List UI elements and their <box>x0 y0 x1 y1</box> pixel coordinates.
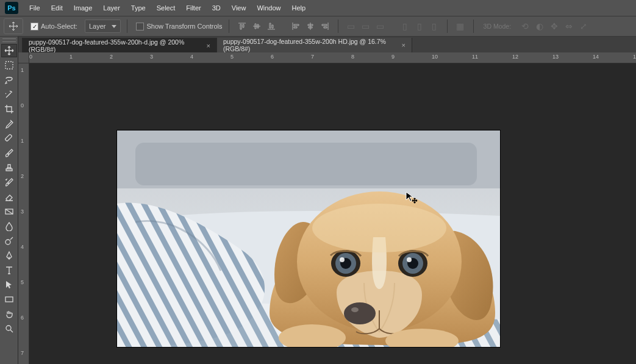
svg-point-5 <box>6 326 11 330</box>
tool-hand[interactable] <box>1 307 17 321</box>
ruler-tick: 1 <box>21 138 24 144</box>
tool-blur[interactable] <box>1 219 17 233</box>
3d-roll-icon[interactable]: ◐ <box>533 20 546 33</box>
menu-3d[interactable]: 3D <box>207 2 226 14</box>
tool-magic-wand[interactable] <box>1 88 17 101</box>
align-top-icon[interactable] <box>235 20 249 33</box>
tool-eyedropper[interactable] <box>1 117 17 130</box>
svg-rect-0 <box>5 62 13 69</box>
auto-select-label: Auto-Select: <box>41 23 77 30</box>
tool-zoom[interactable] <box>1 322 17 335</box>
tool-rect-marquee[interactable] <box>1 59 17 72</box>
toolbox <box>0 37 18 364</box>
canvas[interactable] <box>117 130 500 347</box>
blur-icon <box>4 221 14 231</box>
horizontal-ruler[interactable]: 0123456789101112131415 <box>29 52 636 63</box>
tool-type[interactable] <box>1 263 17 277</box>
menu-select[interactable]: Select <box>152 2 180 14</box>
align-right-icon[interactable] <box>318 20 332 33</box>
menu-view[interactable]: View <box>227 2 251 14</box>
auto-select-target-dropdown[interactable]: Layer <box>85 20 121 33</box>
move-icon <box>4 46 14 55</box>
tool-healing-brush[interactable] <box>1 132 17 145</box>
document-tab[interactable]: puppy-090517-dog-featured-355w-200h-d.jp… <box>22 38 217 52</box>
distribute-top-icon[interactable]: ▭ <box>345 20 358 33</box>
ruler-tick: 6 <box>21 315 24 321</box>
close-icon[interactable]: × <box>207 42 210 49</box>
tool-rectangle[interactable] <box>1 293 17 306</box>
separator <box>229 20 229 33</box>
gradient-icon <box>4 207 14 216</box>
ruler-tick: 5 <box>21 279 24 285</box>
tool-clone-stamp[interactable] <box>1 161 17 174</box>
auto-select-checkbox[interactable]: ✓ <box>30 23 38 30</box>
menu-file[interactable]: File <box>24 2 45 14</box>
menu-filter[interactable]: Filter <box>181 2 205 14</box>
eraser-icon <box>4 192 14 202</box>
separator <box>447 20 448 33</box>
history-brush-icon <box>4 177 14 187</box>
tool-brush[interactable] <box>1 146 17 160</box>
tool-eraser[interactable] <box>1 190 17 204</box>
ruler-tick: 15 <box>633 54 636 60</box>
tool-path-select[interactable] <box>1 278 17 291</box>
document-image <box>117 130 500 347</box>
distribute-hcenter-icon[interactable]: ▯ <box>413 20 426 33</box>
tool-pen[interactable] <box>1 249 17 262</box>
menu-edit[interactable]: Edit <box>46 2 68 14</box>
chevron-down-icon <box>112 25 116 28</box>
options-bar: ✓ Auto-Select: Layer Show Transform Cont… <box>0 16 636 37</box>
mode-3d-group: ⟲ ◐ ✥ ⇔ ⤢ <box>518 20 590 33</box>
rectangle-icon <box>4 294 14 304</box>
distribute-right-icon[interactable]: ▯ <box>427 20 441 33</box>
current-tool-indicator[interactable] <box>4 18 23 34</box>
eyedropper-icon <box>4 119 14 129</box>
align-group <box>235 20 278 33</box>
bandaid-icon <box>4 134 14 143</box>
lasso-icon <box>4 75 14 85</box>
distribute-bottom-icon[interactable]: ▭ <box>374 20 387 33</box>
crop-icon <box>4 104 14 114</box>
close-icon[interactable]: × <box>402 41 406 49</box>
menu-window[interactable]: Window <box>252 2 285 14</box>
tool-crop[interactable] <box>1 102 17 116</box>
align-hcenter-icon[interactable] <box>304 20 317 33</box>
3d-rotate-icon[interactable]: ⟲ <box>518 20 532 33</box>
ruler-tick: 8 <box>351 54 354 60</box>
tool-move[interactable] <box>1 44 17 57</box>
canvas-viewport[interactable] <box>29 63 636 364</box>
menu-help[interactable]: Help <box>287 2 311 14</box>
show-transform-group: Show Transform Controls <box>136 23 222 30</box>
distribute-left-icon[interactable]: ▯ <box>398 20 412 33</box>
svg-point-3 <box>5 240 10 244</box>
distribute-vcenter-icon[interactable]: ▭ <box>359 20 373 33</box>
align-vcenter-icon[interactable] <box>250 20 263 33</box>
align-bottom-icon[interactable] <box>265 20 278 33</box>
ruler-tick: 1 <box>21 67 24 73</box>
separator <box>127 20 127 33</box>
vertical-ruler[interactable]: 101234567 <box>18 63 29 364</box>
marquee-icon <box>4 60 14 70</box>
auto-align-icon[interactable]: ▦ <box>454 20 467 33</box>
tool-lasso[interactable] <box>1 73 17 87</box>
toolbox-grip[interactable] <box>2 38 16 42</box>
hand-icon <box>4 309 14 319</box>
ruler-tick: 1 <box>70 54 73 60</box>
align-left-icon[interactable] <box>289 20 302 33</box>
document-tab[interactable]: puppy-090517-dog-featured-355w-200h HD.j… <box>217 38 412 52</box>
ruler-tick: 11 <box>472 54 478 60</box>
svg-point-17 <box>340 257 345 262</box>
menu-image[interactable]: Image <box>69 2 98 14</box>
tool-history-brush[interactable] <box>1 176 17 189</box>
show-transform-checkbox[interactable] <box>136 23 144 30</box>
ruler-tick: 6 <box>271 54 274 60</box>
document-tab-label: puppy-090517-dog-featured-355w-200h HD.j… <box>223 38 397 52</box>
menu-layer[interactable]: Layer <box>98 2 125 14</box>
3d-slide-icon[interactable]: ⇔ <box>562 20 576 33</box>
svg-point-21 <box>407 257 412 262</box>
tool-gradient[interactable] <box>1 205 17 218</box>
3d-scale-icon[interactable]: ⤢ <box>577 20 590 33</box>
tool-dodge[interactable] <box>1 234 17 248</box>
menu-type[interactable]: Type <box>126 2 151 14</box>
3d-pan-icon[interactable]: ✥ <box>548 20 561 33</box>
